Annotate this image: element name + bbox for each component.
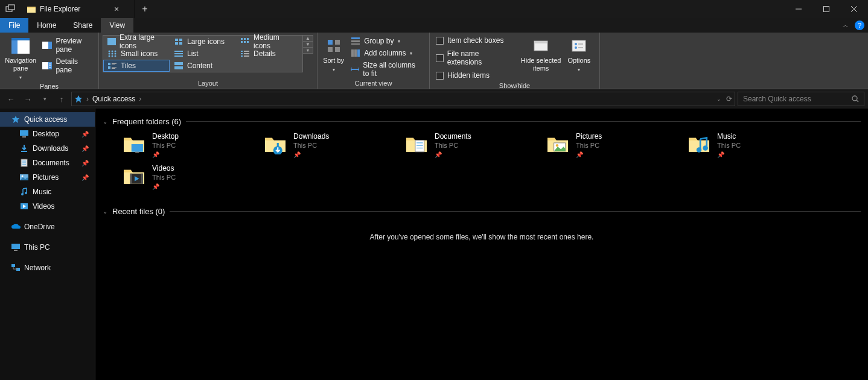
tab-file[interactable]: File (0, 18, 28, 33)
tree-network[interactable]: Network (0, 261, 95, 275)
layout-option-label: Content (187, 62, 212, 70)
hide-selected-button[interactable]: Hide selected items (520, 35, 563, 72)
tab-close-button[interactable]: × (107, 4, 126, 14)
layout-scroll-more[interactable]: ▾ (303, 48, 313, 53)
new-tab-button[interactable]: + (135, 4, 155, 14)
folder-tile-videos[interactable]: VideosThis PC📌 (121, 163, 258, 191)
network-icon (11, 263, 21, 273)
item-checkboxes-toggle[interactable]: Item check boxes (433, 35, 517, 46)
add-columns-button[interactable]: Add columns ▾ (348, 48, 426, 58)
tree-label: Desktop (33, 130, 59, 138)
tree-label: Music (33, 188, 51, 196)
back-button[interactable]: ← (4, 92, 18, 106)
address-dropdown-button[interactable]: ⌄ (716, 96, 721, 102)
svg-rect-68 (572, 40, 586, 51)
folder-tile-downloads[interactable]: DownloadsThis PC📌 (262, 131, 400, 159)
layout-option-icon (107, 49, 117, 58)
tree-item-music[interactable]: Music (0, 185, 95, 199)
recent-files-header[interactable]: ⌄ Recent files (0) (103, 207, 861, 216)
forward-button[interactable]: → (21, 92, 35, 106)
multitask-icon[interactable] (0, 4, 21, 14)
folder-name: Videos (152, 164, 176, 173)
frequent-folders-header[interactable]: ⌄ Frequent folders (6) (103, 117, 861, 126)
svg-rect-52 (112, 68, 115, 69)
options-button[interactable]: Options ▾ (563, 35, 596, 74)
svg-rect-22 (179, 42, 182, 45)
help-button[interactable]: ? (855, 21, 864, 30)
svg-rect-10 (11, 38, 30, 40)
folder-tile-pictures[interactable]: PicturesThis PC📌 (544, 131, 682, 159)
layout-option-medium-icons[interactable]: Medium icons (236, 36, 302, 48)
folder-icon (122, 164, 146, 188)
svg-rect-43 (241, 53, 243, 54)
tree-quick-access[interactable]: Quick access (0, 112, 95, 127)
group-by-button[interactable]: Group by ▾ (348, 36, 426, 46)
details-pane-button[interactable]: Details pane (40, 57, 95, 75)
svg-point-33 (112, 53, 113, 55)
layout-option-icon (240, 37, 250, 46)
layout-option-content[interactable]: Content (170, 60, 236, 72)
pin-icon: 📌 (81, 160, 89, 166)
tab-share[interactable]: Share (65, 18, 101, 33)
preview-pane-button[interactable]: Preview pane (40, 36, 95, 54)
refresh-button[interactable]: ⟳ (726, 95, 732, 103)
tree-label: Pictures (33, 173, 59, 182)
tab-home[interactable]: Home (28, 18, 65, 33)
svg-rect-62 (351, 49, 354, 57)
collapse-ribbon-button[interactable]: ︿ (840, 21, 851, 30)
layout-option-small-icons[interactable]: Small icons (103, 48, 170, 60)
navigation-pane-label: Navigation pane (4, 57, 37, 72)
tree-onedrive[interactable]: OneDrive (0, 220, 95, 234)
search-input[interactable]: Search Quick access (738, 92, 864, 106)
tree-this-pc[interactable]: This PC (0, 240, 95, 255)
layout-option-large-icons[interactable]: Large icons (170, 36, 236, 48)
recent-locations-button[interactable]: ▾ (37, 92, 52, 106)
tree-item-videos[interactable]: Videos (0, 199, 95, 214)
details-pane-icon (42, 62, 52, 70)
file-extensions-toggle[interactable]: File name extensions (433, 48, 517, 68)
tree-item-pictures[interactable]: Pictures📌 (0, 170, 95, 185)
window-tab[interactable]: File Explorer × (21, 0, 135, 18)
svg-rect-21 (175, 42, 178, 45)
size-columns-button[interactable]: Size all columns to fit (348, 60, 426, 78)
sort-by-button[interactable]: Sort by ▾ (321, 35, 346, 74)
layout-option-extra-large-icons[interactable]: Extra large icons (103, 36, 170, 48)
tab-view[interactable]: View (101, 18, 133, 33)
svg-point-30 (112, 51, 113, 52)
up-button[interactable]: ↑ (54, 92, 69, 106)
maximize-button[interactable] (812, 0, 840, 18)
layout-selector[interactable]: Extra large iconsLarge iconsMedium icons… (103, 35, 303, 72)
layout-scroll-down[interactable]: ▼ (303, 42, 313, 48)
folder-tile-documents[interactable]: DocumentsThis PC📌 (403, 131, 541, 159)
svg-rect-108 (130, 174, 132, 184)
address-bar[interactable]: › Quick access› ⌄ ⟳ (71, 92, 735, 106)
minimize-button[interactable] (785, 0, 812, 18)
ribbon-tabs: File Home Share View ︿ ? (0, 18, 868, 33)
tree-item-documents[interactable]: Documents📌 (0, 156, 95, 170)
onedrive-icon (11, 222, 21, 232)
layout-scroll[interactable]: ▲ ▼ ▾ (303, 35, 313, 54)
tree-label: Videos (33, 202, 54, 211)
breadcrumb-item[interactable]: Quick access› (92, 95, 141, 103)
layout-scroll-up[interactable]: ▲ (303, 36, 313, 42)
layout-option-details[interactable]: Details (236, 48, 302, 60)
navigation-pane-button[interactable]: Navigation pane ▾ (4, 35, 37, 81)
content-area: ⌄ Frequent folders (6) DesktopThis PC📌Do… (95, 109, 868, 380)
folder-icon (687, 132, 711, 156)
close-button[interactable] (840, 0, 868, 18)
options-label: Options (567, 57, 590, 65)
hidden-items-toggle[interactable]: Hidden items (433, 70, 517, 81)
svg-point-105 (697, 147, 702, 153)
folder-tile-music[interactable]: MusicThis PC📌 (686, 131, 823, 159)
checkbox-icon (436, 72, 444, 80)
svg-rect-67 (534, 41, 547, 43)
tree-label: Network (24, 264, 51, 272)
layout-option-tiles[interactable]: Tiles (103, 60, 170, 72)
chevron-right-icon: › (86, 95, 89, 103)
group-by-label: Group by (364, 37, 394, 45)
layout-option-list[interactable]: List (170, 48, 236, 60)
videos-icon (19, 201, 29, 211)
tree-item-downloads[interactable]: Downloads📌 (0, 141, 95, 156)
folder-tile-desktop[interactable]: DesktopThis PC📌 (121, 131, 258, 159)
tree-item-desktop[interactable]: Desktop📌 (0, 127, 95, 141)
